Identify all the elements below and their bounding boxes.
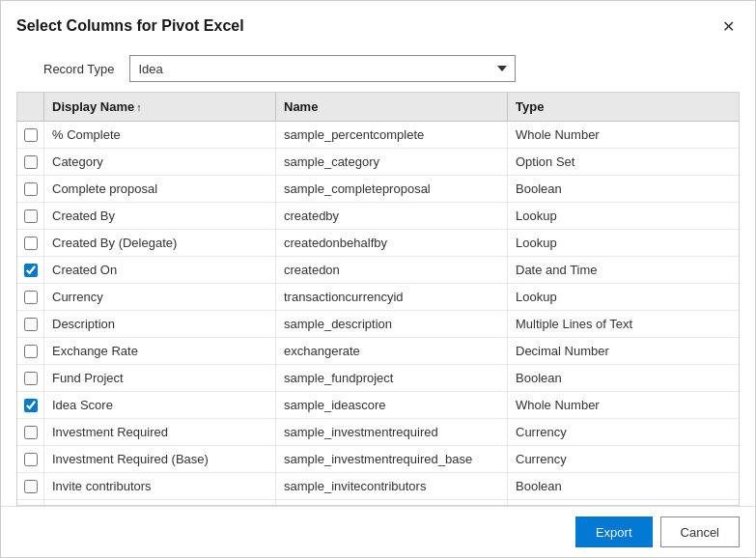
dialog-header: Select Columns for Pivot Excel ✕: [1, 1, 755, 47]
row-display-name: Investment Required: [44, 419, 276, 445]
row-checkbox[interactable]: [24, 318, 38, 331]
row-checkbox-cell: [17, 338, 44, 364]
row-api-name: createdonbehalfby: [276, 230, 508, 256]
sort-arrow-icon: ↑: [136, 101, 142, 113]
table-row: Idea Scoresample_ideascoreWhole Number: [17, 392, 739, 419]
columns-table: Display Name↑ Name Type % Completesample…: [16, 92, 740, 506]
row-type: Currency: [508, 419, 739, 445]
table-row: % Completesample_percentcompleteWhole Nu…: [17, 122, 739, 149]
row-display-name: Exchange Rate: [44, 338, 276, 364]
row-display-name: Description: [44, 311, 276, 337]
th-name: Name: [276, 93, 508, 121]
row-api-name: transactioncurrencyid: [276, 284, 508, 310]
row-display-name: Created By (Delegate): [44, 230, 276, 256]
row-checkbox[interactable]: [24, 372, 38, 385]
row-checkbox-cell: [17, 392, 44, 418]
row-checkbox[interactable]: [24, 155, 38, 169]
row-display-name: Modified By: [44, 500, 276, 505]
record-type-select[interactable]: IdeaAccountContactOpportunity: [129, 55, 516, 82]
dialog-footer: Export Cancel: [1, 506, 755, 557]
row-type: Lookup: [508, 230, 739, 256]
row-type: Date and Time: [508, 257, 739, 283]
row-display-name: Idea Score: [44, 392, 276, 418]
row-display-name: Created On: [44, 257, 276, 283]
row-type: Whole Number: [508, 392, 739, 418]
cancel-button[interactable]: Cancel: [660, 516, 740, 547]
row-checkbox[interactable]: [24, 345, 38, 358]
row-display-name: Created By: [44, 203, 276, 229]
row-api-name: createdby: [276, 203, 508, 229]
row-checkbox-cell: [17, 446, 44, 472]
row-checkbox-cell: [17, 473, 44, 499]
table-row: Created BycreatedbyLookup: [17, 203, 739, 230]
row-type: Boolean: [508, 473, 739, 499]
row-checkbox-cell: [17, 284, 44, 310]
row-checkbox-cell: [17, 203, 44, 229]
row-api-name: sample_invitecontributors: [276, 473, 508, 499]
record-type-label: Record Type: [43, 62, 114, 76]
row-api-name: modifiedby: [276, 500, 508, 505]
row-api-name: sample_fundproject: [276, 365, 508, 391]
row-checkbox-cell: [17, 257, 44, 283]
row-checkbox[interactable]: [24, 480, 38, 493]
row-checkbox[interactable]: [24, 237, 38, 250]
row-type: Multiple Lines of Text: [508, 311, 739, 337]
row-type: Lookup: [508, 203, 739, 229]
row-checkbox[interactable]: [24, 182, 38, 196]
table-body: % Completesample_percentcompleteWhole Nu…: [17, 122, 739, 505]
row-type: Whole Number: [508, 122, 739, 148]
table-row: CurrencytransactioncurrencyidLookup: [17, 284, 739, 311]
th-checkbox: [17, 93, 44, 121]
row-api-name: sample_investmentrequired_base: [276, 446, 508, 472]
row-display-name: Complete proposal: [44, 176, 276, 202]
table-row: Modified BymodifiedbyLookup: [17, 500, 739, 505]
table-row: Complete proposalsample_completeproposal…: [17, 176, 739, 203]
table-row: Investment Required (Base)sample_investm…: [17, 446, 739, 473]
row-api-name: sample_category: [276, 149, 508, 175]
row-api-name: sample_ideascore: [276, 392, 508, 418]
row-checkbox[interactable]: [24, 426, 38, 439]
row-display-name: Invite contributors: [44, 473, 276, 499]
select-columns-dialog: Select Columns for Pivot Excel ✕ Record …: [0, 0, 756, 558]
table-row: Descriptionsample_descriptionMultiple Li…: [17, 311, 739, 338]
row-display-name: Fund Project: [44, 365, 276, 391]
row-checkbox[interactable]: [24, 291, 38, 304]
table-row: Investment Requiredsample_investmentrequ…: [17, 419, 739, 446]
row-type: Lookup: [508, 500, 739, 505]
row-type: Boolean: [508, 365, 739, 391]
row-checkbox[interactable]: [24, 209, 38, 223]
record-type-row: Record Type IdeaAccountContactOpportunit…: [1, 47, 755, 92]
row-checkbox[interactable]: [24, 128, 38, 142]
export-button[interactable]: Export: [575, 516, 653, 547]
row-checkbox-cell: [17, 365, 44, 391]
row-checkbox[interactable]: [24, 453, 38, 466]
row-type: Boolean: [508, 176, 739, 202]
row-api-name: exchangerate: [276, 338, 508, 364]
row-api-name: sample_percentcomplete: [276, 122, 508, 148]
close-button[interactable]: ✕: [716, 14, 740, 38]
th-type: Type: [508, 93, 739, 121]
table-row: Exchange RateexchangerateDecimal Number: [17, 338, 739, 365]
row-api-name: sample_description: [276, 311, 508, 337]
row-display-name: Category: [44, 149, 276, 175]
row-checkbox[interactable]: [24, 264, 38, 277]
row-display-name: Investment Required (Base): [44, 446, 276, 472]
row-api-name: sample_completeproposal: [276, 176, 508, 202]
row-type: Lookup: [508, 284, 739, 310]
row-checkbox-cell: [17, 230, 44, 256]
dialog-title: Select Columns for Pivot Excel: [16, 17, 244, 35]
row-checkbox[interactable]: [24, 399, 38, 412]
row-checkbox-cell: [17, 311, 44, 337]
row-api-name: sample_investmentrequired: [276, 419, 508, 445]
row-checkbox-cell: [17, 419, 44, 445]
table-row: Created By (Delegate)createdonbehalfbyLo…: [17, 230, 739, 257]
row-checkbox-cell: [17, 122, 44, 148]
row-checkbox-cell: [17, 500, 44, 505]
table-row: Categorysample_categoryOption Set: [17, 149, 739, 176]
table-header: Display Name↑ Name Type: [17, 93, 739, 122]
row-checkbox-cell: [17, 176, 44, 202]
table-row: Invite contributorssample_invitecontribu…: [17, 473, 739, 500]
table-row: Created OncreatedonDate and Time: [17, 257, 739, 284]
row-type: Option Set: [508, 149, 739, 175]
row-type: Currency: [508, 446, 739, 472]
